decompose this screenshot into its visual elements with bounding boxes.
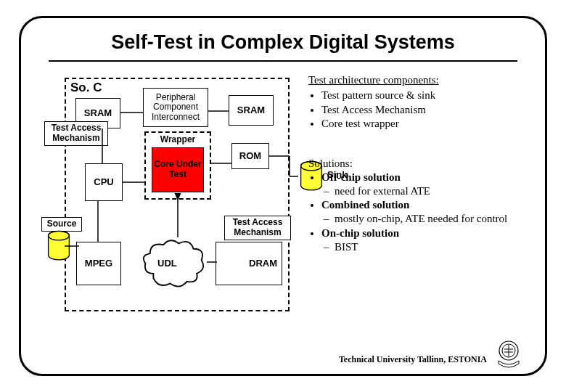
solution-label: Off-chip solution xyxy=(321,171,401,183)
label-tam-left: Test Access Mechanism xyxy=(44,121,108,146)
solution-sub: mostly on-chip, ATE needed for control xyxy=(335,212,533,226)
block-rom: ROM xyxy=(231,143,269,169)
core-under-test: Core Under Test xyxy=(152,147,204,192)
block-sram-right: SRAM xyxy=(229,95,274,126)
block-pci: Peripheral Component Interconnect xyxy=(143,88,208,127)
solution-item: Combined solution mostly on-chip, ATE ne… xyxy=(321,198,533,226)
arch-item: Test Access Mechanism xyxy=(321,103,533,117)
solutions-list: Off-chip solution need for external ATE … xyxy=(321,171,533,254)
solution-label: On-chip solution xyxy=(321,227,399,239)
block-cpu: CPU xyxy=(85,163,123,201)
solutions-heading: Solutions: xyxy=(308,157,533,171)
label-source: Source xyxy=(41,217,82,232)
university-crest-icon xyxy=(494,339,523,369)
text-column: Test architecture components: Test patte… xyxy=(308,73,533,254)
footer-text: Technical University Tallinn, ESTONIA xyxy=(339,354,487,365)
solution-item: Off-chip solution need for external ATE xyxy=(321,171,533,198)
arch-heading: Test architecture components: xyxy=(308,73,533,87)
solution-sub: need for external ATE xyxy=(335,184,533,198)
block-dram: DRAM xyxy=(216,242,282,285)
slide-frame: Self-Test in Complex Digital Systems So.… xyxy=(19,16,547,376)
arch-list: Test pattern source & sink Test Access M… xyxy=(321,89,533,131)
title-underline xyxy=(49,60,517,62)
block-mpeg: MPEG xyxy=(76,242,121,285)
slide-title: Self-Test in Complex Digital Systems xyxy=(21,31,545,54)
solution-item: On-chip solution BIST xyxy=(321,226,533,254)
arch-item: Test pattern source & sink xyxy=(321,89,533,102)
solution-label: Combined solution xyxy=(321,199,409,211)
label-tam-right: Test Access Mechanism xyxy=(224,216,291,240)
soc-label: So. C xyxy=(70,81,102,95)
arch-item: Core test wrapper xyxy=(321,117,533,131)
wrapper-label: Wrapper xyxy=(150,134,205,144)
udl-label: UDL xyxy=(157,258,177,269)
source-cylinder-icon xyxy=(46,230,72,262)
solution-sub: BIST xyxy=(335,240,533,254)
